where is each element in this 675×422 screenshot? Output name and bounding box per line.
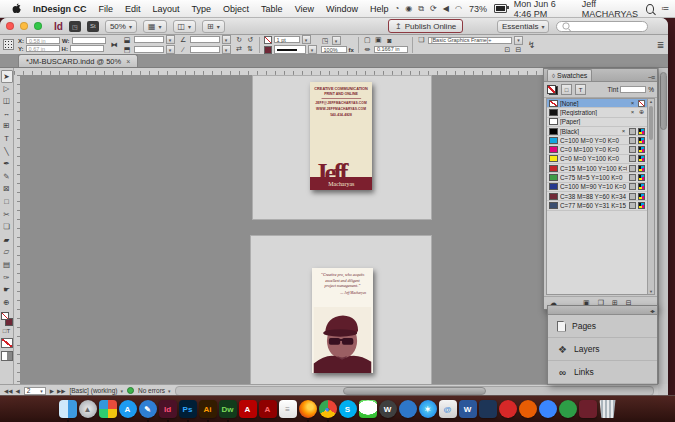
menu-help[interactable]: Help: [364, 4, 395, 14]
reference-point-proxy[interactable]: [3, 39, 14, 50]
blue-app2-dock-icon[interactable]: [539, 400, 557, 418]
formatting-affects-buttons[interactable]: □T: [1, 326, 13, 336]
bridge-button[interactable]: ◳: [69, 21, 81, 32]
swatch-row[interactable]: [None]: [547, 99, 647, 108]
menu-view[interactable]: View: [289, 4, 320, 14]
red-app-dock-icon[interactable]: [499, 400, 517, 418]
swatch-row[interactable]: [Black]: [547, 127, 647, 136]
screen-mode-button[interactable]: [1, 351, 13, 361]
links-panel-button[interactable]: Links: [548, 361, 657, 384]
wifi-menu-icon[interactable]: ◠: [455, 4, 462, 13]
flip-vertical-button[interactable]: ⇅: [246, 45, 255, 53]
vertical-scrollbar-thumb[interactable]: [660, 72, 667, 130]
pages-panel-button[interactable]: Pages: [548, 315, 657, 338]
menubar-user[interactable]: Jeff MACHARYAS: [582, 0, 639, 19]
menu-window[interactable]: Window: [320, 4, 364, 14]
dreamweaver-dock-icon[interactable]: Dw: [219, 400, 237, 418]
stroke-weight-field[interactable]: 1 pt: [274, 36, 300, 43]
notification-center-icon[interactable]: ≔: [661, 4, 669, 13]
swatch-row[interactable]: C=77 M=60 Y=31 K=15: [547, 201, 647, 210]
blue-app-dock-icon[interactable]: [399, 400, 417, 418]
rectangle-frame-tool[interactable]: ⊠: [1, 183, 13, 196]
scale-x-field[interactable]: [134, 36, 164, 43]
preflight-errors-menu[interactable]: No errors: [138, 387, 171, 394]
view-options-menu[interactable]: ▦: [143, 20, 167, 33]
menu-object[interactable]: Object: [217, 4, 255, 14]
swatch-row[interactable]: C=0 M=100 Y=0 K=0: [547, 145, 647, 154]
apply-none-button[interactable]: [1, 338, 13, 348]
hand-tool[interactable]: ☛: [1, 284, 13, 297]
safari-dock-icon[interactable]: ✶: [419, 400, 437, 418]
creative-cloud-menu-icon[interactable]: ◔: [395, 4, 400, 13]
mail-app-dock-icon[interactable]: @: [439, 400, 457, 418]
finder-dock-icon[interactable]: [59, 400, 77, 418]
minimize-window-button[interactable]: [20, 22, 28, 30]
object-style-select[interactable]: [Basic Graphics Frame]+: [428, 37, 512, 44]
menubar-clock[interactable]: Mon Jun 6 4:46 PM: [514, 0, 575, 19]
y-field[interactable]: 0.67 in: [26, 45, 60, 52]
close-document-icon[interactable]: ×: [126, 58, 130, 65]
no-wrap-button[interactable]: ▢: [363, 36, 372, 44]
stock-button[interactable]: St: [87, 21, 99, 32]
wrap-offset-field[interactable]: 0.1667 in: [374, 46, 408, 53]
horizontal-scrollbar[interactable]: [175, 386, 654, 396]
type-tool[interactable]: T: [1, 133, 13, 146]
corner-options-caret[interactable]: ▾: [332, 36, 341, 45]
publish-online-button[interactable]: Publish Online: [388, 19, 463, 33]
menu-type[interactable]: Type: [186, 4, 218, 14]
w-field[interactable]: [72, 37, 106, 44]
maroon-app-dock-icon[interactable]: [579, 400, 597, 418]
formatting-affects-text-button[interactable]: T: [575, 84, 586, 95]
swatch-row[interactable]: C=75 M=5 Y=100 K=0: [547, 173, 647, 182]
layers-panel-button[interactable]: Layers: [548, 338, 657, 361]
menu-file[interactable]: File: [93, 4, 120, 14]
note-tool[interactable]: ▤: [1, 259, 13, 272]
zoom-tool[interactable]: ⊕: [1, 297, 13, 310]
pencil-app-dock-icon[interactable]: ✎: [139, 400, 157, 418]
trash-dock-icon[interactable]: [599, 400, 617, 418]
rectangle-tool[interactable]: □: [1, 196, 13, 209]
formatting-affects-container-button[interactable]: □: [561, 84, 572, 95]
photoshop-dock-icon[interactable]: Ps: [179, 400, 197, 418]
arrange-documents-menu[interactable]: ⊞: [202, 20, 225, 33]
firefox-dock-icon[interactable]: [299, 400, 317, 418]
page-number-select[interactable]: 2▾: [24, 387, 46, 395]
page-2-business-card-front[interactable]: “Creative pro, who acquits excellent and…: [312, 268, 373, 373]
stroke-type-select[interactable]: [274, 45, 306, 54]
wrap-bounding-box-button[interactable]: ▣: [374, 36, 383, 44]
swatches-panel-menu-button[interactable]: [648, 74, 654, 81]
line-tool[interactable]: ╲: [1, 146, 13, 159]
shear-caret[interactable]: ▾: [222, 45, 231, 54]
volume-menu-icon[interactable]: ◀: [443, 4, 449, 13]
pen-tool[interactable]: ✒: [1, 158, 13, 171]
tools-fill-swatch[interactable]: [1, 312, 9, 320]
orange-app-dock-icon[interactable]: [519, 400, 537, 418]
swatches-tab[interactable]: ◊Swatches: [547, 69, 592, 81]
close-window-button[interactable]: [6, 22, 14, 30]
x-field[interactable]: 0.58 in: [26, 37, 60, 44]
h-field[interactable]: [70, 45, 104, 52]
textedit-dock-icon[interactable]: ≡: [279, 400, 297, 418]
page-tool[interactable]: ◫: [1, 95, 13, 108]
menu-indesign[interactable]: InDesign CC: [27, 4, 93, 14]
word-dock-icon[interactable]: W: [459, 400, 477, 418]
object-style-caret[interactable]: ▾: [514, 36, 523, 45]
shear-angle-field[interactable]: [190, 46, 220, 53]
battery-icon[interactable]: [494, 4, 507, 13]
content-collector-tool[interactable]: ⊞: [1, 120, 13, 133]
flip-horizontal-button[interactable]: ⇄: [235, 45, 244, 53]
gradient-feather-tool[interactable]: ▱: [1, 246, 13, 259]
camera-menu-icon[interactable]: ◉: [405, 4, 412, 13]
gradient-swatch-tool[interactable]: ▰: [1, 234, 13, 247]
page-1-business-card-back[interactable]: CREATIVE COMMUNICATION PRINT AND ONLINE …: [310, 82, 372, 190]
tint-field[interactable]: [620, 86, 646, 93]
swatch-row[interactable]: C=0 M=0 Y=100 K=0: [547, 155, 647, 164]
swatch-row[interactable]: [Registration]: [547, 108, 647, 117]
rotation-caret[interactable]: ▾: [222, 35, 231, 44]
first-page-button[interactable]: ◀◀: [4, 388, 12, 394]
document-tab[interactable]: *JM-BUSCARD.indd @ 50% ×: [18, 54, 138, 67]
panel-stack-header[interactable]: [548, 306, 657, 315]
acrobat-pro-dock-icon[interactable]: A: [259, 400, 277, 418]
skype-dock-icon[interactable]: S: [339, 400, 357, 418]
zoom-level-select[interactable]: 50%: [105, 20, 137, 33]
